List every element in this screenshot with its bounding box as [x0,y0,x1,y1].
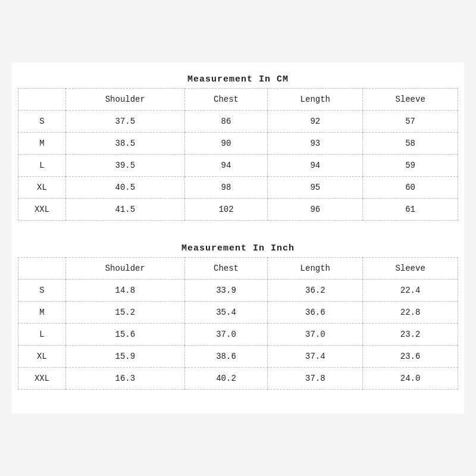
cm-section: Measurement In CM Shoulder Chest Length … [18,74,458,221]
shoulder-cell: 14.8 [66,280,185,302]
length-cell: 95 [268,177,363,199]
table-row: XL 15.9 38.6 37.4 23.6 [18,346,458,368]
cm-table: Shoulder Chest Length Sleeve S 37.5 86 9… [18,88,458,221]
sleeve-cell: 60 [363,177,458,199]
sleeve-cell: 22.8 [363,302,458,324]
chest-cell: 90 [184,133,268,155]
shoulder-cell: 40.5 [66,177,185,199]
table-row: XXL 16.3 40.2 37.8 24.0 [18,368,458,390]
inch-header-shoulder: Shoulder [66,258,185,280]
sleeve-cell: 22.4 [363,280,458,302]
cm-header-size [18,89,66,111]
shoulder-cell: 37.5 [66,111,185,133]
table-row: S 14.8 33.9 36.2 22.4 [18,280,458,302]
size-cell: XL [18,346,66,368]
sleeve-cell: 23.2 [363,324,458,346]
chest-cell: 98 [184,177,268,199]
size-cell: L [18,155,66,177]
table-row: M 38.5 90 93 58 [18,133,458,155]
size-cell: M [18,133,66,155]
chest-cell: 37.0 [184,324,268,346]
chest-cell: 86 [184,111,268,133]
size-cell: S [18,280,66,302]
table-row: L 15.6 37.0 37.0 23.2 [18,324,458,346]
chest-cell: 38.6 [184,346,268,368]
length-cell: 94 [268,155,363,177]
size-cell: XXL [18,368,66,390]
size-cell: M [18,302,66,324]
cm-header-sleeve: Sleeve [363,89,458,111]
inch-table: Shoulder Chest Length Sleeve S 14.8 33.9… [18,257,458,390]
shoulder-cell: 16.3 [66,368,185,390]
inch-section-title: Measurement In Inch [18,243,458,253]
inch-header-size [18,258,66,280]
length-cell: 36.6 [268,302,363,324]
size-cell: S [18,111,66,133]
inch-header-sleeve: Sleeve [363,258,458,280]
size-cell: XL [18,177,66,199]
chest-cell: 33.9 [184,280,268,302]
inch-header-row: Shoulder Chest Length Sleeve [18,258,458,280]
shoulder-cell: 38.5 [66,133,185,155]
table-row: XL 40.5 98 95 60 [18,177,458,199]
cm-header-length: Length [268,89,363,111]
shoulder-cell: 39.5 [66,155,185,177]
inch-section: Measurement In Inch Shoulder Chest Lengt… [18,243,458,390]
chest-cell: 102 [184,199,268,221]
cm-header-row: Shoulder Chest Length Sleeve [18,89,458,111]
sleeve-cell: 24.0 [363,368,458,390]
length-cell: 96 [268,199,363,221]
shoulder-cell: 15.9 [66,346,185,368]
chest-cell: 35.4 [184,302,268,324]
shoulder-cell: 41.5 [66,199,185,221]
main-container: Measurement In CM Shoulder Chest Length … [12,62,464,414]
size-cell: L [18,324,66,346]
chest-cell: 94 [184,155,268,177]
length-cell: 92 [268,111,363,133]
table-row: M 15.2 35.4 36.6 22.8 [18,302,458,324]
sleeve-cell: 61 [363,199,458,221]
sleeve-cell: 23.6 [363,346,458,368]
sleeve-cell: 57 [363,111,458,133]
length-cell: 37.4 [268,346,363,368]
shoulder-cell: 15.6 [66,324,185,346]
inch-header-chest: Chest [184,258,268,280]
sleeve-cell: 58 [363,133,458,155]
length-cell: 93 [268,133,363,155]
inch-header-length: Length [268,258,363,280]
shoulder-cell: 15.2 [66,302,185,324]
cm-header-shoulder: Shoulder [66,89,185,111]
size-cell: XXL [18,199,66,221]
table-row: S 37.5 86 92 57 [18,111,458,133]
table-row: L 39.5 94 94 59 [18,155,458,177]
cm-section-title: Measurement In CM [18,74,458,84]
length-cell: 37.8 [268,368,363,390]
chest-cell: 40.2 [184,368,268,390]
table-row: XXL 41.5 102 96 61 [18,199,458,221]
sleeve-cell: 59 [363,155,458,177]
cm-header-chest: Chest [184,89,268,111]
length-cell: 37.0 [268,324,363,346]
length-cell: 36.2 [268,280,363,302]
